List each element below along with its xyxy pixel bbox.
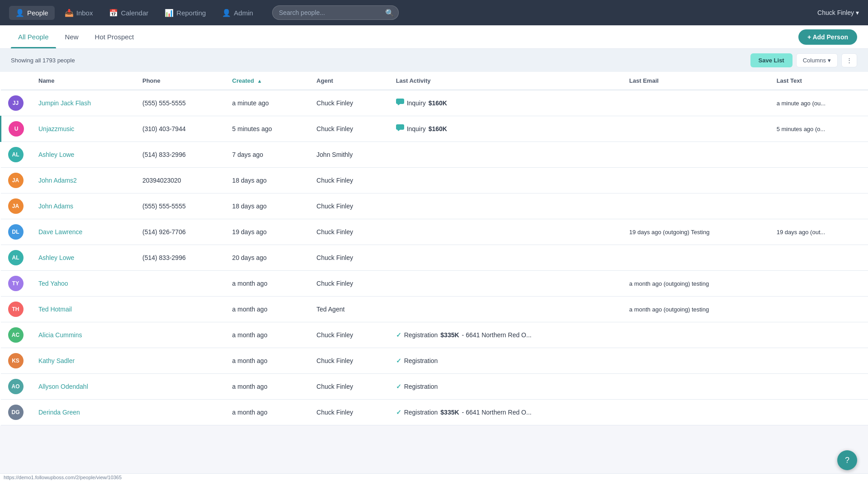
person-last-text bbox=[769, 348, 868, 374]
person-created: a month ago bbox=[225, 297, 309, 322]
person-last-email: 19 days ago (outgoing) Testing bbox=[622, 219, 769, 245]
person-created: 7 days ago bbox=[225, 142, 309, 168]
person-phone bbox=[135, 348, 225, 374]
tab-all-people[interactable]: All People bbox=[11, 25, 56, 48]
col-last-activity[interactable]: Last Activity bbox=[389, 72, 622, 90]
avatar: JA bbox=[8, 173, 24, 188]
table-row[interactable]: TYTed Yahooa month agoChuck Finleya mont… bbox=[1, 271, 868, 297]
person-name[interactable]: Dave Lawrence bbox=[31, 219, 135, 245]
person-agent: Chuck Finley bbox=[309, 271, 389, 297]
save-list-label: Save List bbox=[759, 57, 784, 64]
person-name[interactable]: Allyson Odendahl bbox=[31, 374, 135, 400]
person-name[interactable]: Ted Hotmail bbox=[31, 297, 135, 322]
nav-admin-label: Admin bbox=[234, 9, 253, 17]
nav-people[interactable]: 👤 People bbox=[9, 6, 55, 20]
search-icon: 🔍 bbox=[385, 9, 394, 17]
avatar: DG bbox=[8, 405, 24, 420]
table-row[interactable]: ALAshley Lowe(514) 833-299620 days agoCh… bbox=[1, 245, 868, 271]
avatar-cell: DG bbox=[1, 400, 32, 425]
person-name[interactable]: Ashley Lowe bbox=[31, 142, 135, 168]
avatar: AL bbox=[8, 250, 24, 265]
avatar-cell: JA bbox=[1, 168, 32, 193]
activity-wrap: Inquiry $160K bbox=[396, 124, 615, 133]
person-name[interactable]: Ashley Lowe bbox=[31, 245, 135, 271]
check-icon: ✓ bbox=[396, 331, 401, 339]
person-agent: Ted Agent bbox=[309, 297, 389, 322]
person-last-activity bbox=[389, 245, 622, 271]
tab-hot-prospect[interactable]: Hot Prospect bbox=[88, 25, 142, 48]
table-row[interactable]: ALAshley Lowe(514) 833-29967 days agoJoh… bbox=[1, 142, 868, 168]
nav-admin[interactable]: 👤 Admin bbox=[216, 6, 259, 20]
person-name[interactable]: Ted Yahoo bbox=[31, 271, 135, 297]
col-created[interactable]: Created ▲ bbox=[225, 72, 309, 90]
svg-rect-0 bbox=[396, 99, 404, 104]
avatar-cell: AO bbox=[1, 374, 32, 400]
table-row[interactable]: JJJumpin Jack Flash(555) 555-5555a minut… bbox=[1, 90, 868, 116]
person-phone: 20394023020 bbox=[135, 168, 225, 193]
person-last-activity: ✓Registration bbox=[389, 348, 622, 374]
avatar: KS bbox=[8, 353, 24, 368]
nav-inbox[interactable]: 📥 Inbox bbox=[58, 6, 99, 20]
person-name[interactable]: Kathy Sadler bbox=[31, 348, 135, 374]
person-name[interactable]: Unjazzmusic bbox=[31, 116, 135, 142]
columns-button[interactable]: Columns ▾ bbox=[796, 53, 838, 67]
person-created: a month ago bbox=[225, 400, 309, 425]
table-row[interactable]: THTed Hotmaila month agoTed Agenta month… bbox=[1, 297, 868, 322]
avatar: DL bbox=[8, 224, 24, 240]
table-row[interactable]: JAJohn Adams22039402302018 days agoChuck… bbox=[1, 168, 868, 193]
table-header-row: Name Phone Created ▲ Agent Last Activity… bbox=[1, 72, 868, 90]
inbox-icon: 📥 bbox=[65, 9, 74, 17]
table-row[interactable]: ACAlicia Cumminsa month agoChuck Finley✓… bbox=[1, 322, 868, 348]
table-row[interactable]: DLDave Lawrence(514) 926-770619 days ago… bbox=[1, 219, 868, 245]
activity-wrap: ✓Registration $335K - 6641 Northern Red … bbox=[396, 409, 615, 416]
table-row[interactable]: UUnjazzmusic(310) 403-79445 minutes agoC… bbox=[1, 116, 868, 142]
col-last-email[interactable]: Last Email bbox=[622, 72, 769, 90]
avatar: TH bbox=[8, 302, 24, 317]
tab-new[interactable]: New bbox=[58, 25, 86, 48]
person-phone: (310) 403-7944 bbox=[135, 116, 225, 142]
person-name[interactable]: Alicia Cummins bbox=[31, 322, 135, 348]
person-last-email bbox=[622, 374, 769, 400]
check-icon: ✓ bbox=[396, 357, 401, 364]
col-last-activity-label: Last Activity bbox=[396, 77, 431, 84]
col-agent[interactable]: Agent bbox=[309, 72, 389, 90]
person-last-text bbox=[769, 322, 868, 348]
person-name[interactable]: John Adams bbox=[31, 193, 135, 219]
person-phone: (555) 555-5555 bbox=[135, 90, 225, 116]
add-person-button[interactable]: + Add Person bbox=[798, 29, 857, 45]
activity-wrap: Inquiry $160K bbox=[396, 99, 615, 108]
person-agent: Chuck Finley bbox=[309, 348, 389, 374]
nav-people-label: People bbox=[27, 9, 48, 17]
filter-button[interactable]: ⋮ bbox=[841, 53, 857, 67]
nav-calendar[interactable]: 📅 Calendar bbox=[103, 6, 155, 20]
col-agent-label: Agent bbox=[316, 77, 333, 84]
table-row[interactable]: AOAllyson Odendahla month agoChuck Finle… bbox=[1, 374, 868, 400]
avatar-cell: JA bbox=[1, 193, 32, 219]
avatar-cell: KS bbox=[1, 348, 32, 374]
avatar: TY bbox=[8, 276, 24, 291]
tab-new-label: New bbox=[65, 33, 79, 41]
table-row[interactable]: JAJohn Adams(555) 555-555518 days agoChu… bbox=[1, 193, 868, 219]
person-name[interactable]: Derinda Green bbox=[31, 400, 135, 425]
avatar-cell: DL bbox=[1, 219, 32, 245]
person-name[interactable]: John Adams2 bbox=[31, 168, 135, 193]
col-last-text-label: Last Text bbox=[777, 77, 802, 84]
col-phone[interactable]: Phone bbox=[135, 72, 225, 90]
toolbar: Showing all 1793 people Save List Column… bbox=[0, 49, 868, 72]
person-last-text: 19 days ago (out... bbox=[769, 219, 868, 245]
avatar-cell: TH bbox=[1, 297, 32, 322]
col-name[interactable]: Name bbox=[31, 72, 135, 90]
person-created: a month ago bbox=[225, 271, 309, 297]
person-agent: Chuck Finley bbox=[309, 245, 389, 271]
nav-reporting[interactable]: 📊 Reporting bbox=[158, 6, 212, 20]
person-last-activity bbox=[389, 219, 622, 245]
user-menu[interactable]: Chuck Finley ▾ bbox=[817, 9, 859, 16]
save-list-button[interactable]: Save List bbox=[750, 53, 793, 67]
avatar: AC bbox=[8, 327, 24, 343]
table-row[interactable]: KSKathy Sadlera month agoChuck Finley✓Re… bbox=[1, 348, 868, 374]
person-agent: Chuck Finley bbox=[309, 322, 389, 348]
col-last-text[interactable]: Last Text bbox=[769, 72, 868, 90]
table-row[interactable]: DGDerinda Greena month agoChuck Finley✓R… bbox=[1, 400, 868, 425]
search-input[interactable] bbox=[272, 5, 399, 20]
person-name[interactable]: Jumpin Jack Flash bbox=[31, 90, 135, 116]
